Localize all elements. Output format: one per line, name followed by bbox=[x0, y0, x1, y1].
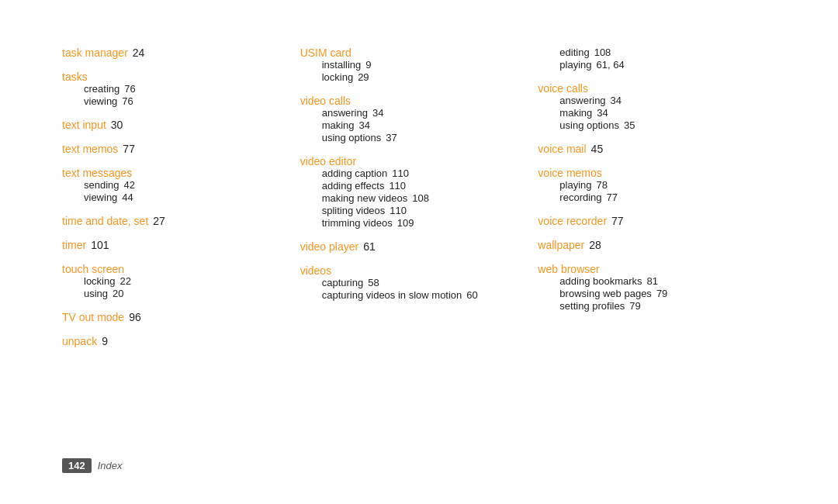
sub-entry: sending42 bbox=[62, 179, 300, 191]
column-col2: USIM cardinstalling9locking29video calls… bbox=[300, 47, 538, 446]
sub-entry: playing61, 64 bbox=[538, 59, 776, 71]
entry-page-num: 96 bbox=[129, 311, 141, 323]
sub-entry: using20 bbox=[62, 288, 300, 299]
column-col1: task manager24taskscreating76viewing76te… bbox=[62, 47, 300, 446]
entry-heading-with-num: voice recorder77 bbox=[538, 215, 776, 228]
sub-entry: recording77 bbox=[538, 192, 776, 203]
entry-heading-label: voice memos bbox=[538, 167, 601, 179]
sub-entry: spliting videos110 bbox=[300, 205, 538, 216]
entry-heading-label: touch screen bbox=[62, 263, 124, 275]
entry-heading-label: unpack bbox=[62, 335, 97, 347]
sub-entry-label: viewing bbox=[84, 95, 117, 107]
sub-entry: locking22 bbox=[62, 275, 300, 287]
sub-entry-label: answering bbox=[559, 95, 605, 106]
sub-entry-num: 34 bbox=[611, 95, 622, 106]
sub-entry-num: 108 bbox=[412, 192, 429, 204]
sub-entry-num: 79 bbox=[629, 300, 640, 312]
sub-entry: making34 bbox=[300, 119, 538, 131]
sub-entry-label: making bbox=[322, 119, 355, 131]
sub-entry-num: 77 bbox=[607, 192, 618, 203]
index-entry: voice mail45 bbox=[538, 143, 776, 162]
footer-label: Index bbox=[98, 460, 123, 471]
index-entry: video player61 bbox=[300, 240, 538, 260]
sub-entry: installing9 bbox=[300, 59, 538, 71]
sub-entry: creating76 bbox=[62, 83, 300, 95]
index-entry: USIM cardinstalling9locking29 bbox=[300, 47, 538, 90]
index-entry: timer101 bbox=[62, 239, 300, 258]
index-columns: task manager24taskscreating76viewing76te… bbox=[62, 47, 776, 446]
sub-entry-label: trimming videos bbox=[322, 217, 393, 229]
sub-entry-label: setting profiles bbox=[559, 300, 625, 312]
sub-entry: capturing videos in slow motion60 bbox=[300, 289, 538, 301]
index-entry: voice memosplaying78recording77 bbox=[538, 167, 776, 210]
sub-entry-label: viewing bbox=[84, 192, 117, 203]
sub-entry-num: 58 bbox=[368, 277, 379, 288]
sub-entry-label: recording bbox=[559, 192, 601, 203]
entry-heading-label: USIM card bbox=[300, 47, 351, 59]
sub-entry-label: creating bbox=[84, 83, 119, 95]
sub-entry: adding bookmarks81 bbox=[538, 275, 776, 287]
sub-entry-label: browsing web pages bbox=[559, 288, 652, 299]
sub-entry-num: 34 bbox=[372, 107, 383, 119]
entry-heading-with-num: wallpaper28 bbox=[538, 239, 776, 252]
sub-entry-label: playing bbox=[559, 59, 591, 71]
entry-page-num: 24 bbox=[133, 47, 145, 59]
index-entry: TV out mode96 bbox=[62, 311, 300, 330]
entry-heading-label: time and date, set bbox=[62, 215, 148, 227]
index-entry: editing108playing61, 64 bbox=[538, 47, 776, 78]
sub-entry-num: 22 bbox=[119, 275, 130, 287]
sub-entry: trimming videos109 bbox=[300, 217, 538, 229]
sub-entry-label: installing bbox=[322, 59, 362, 71]
sub-entry-label: capturing videos in slow motion bbox=[322, 289, 462, 301]
sub-entry: viewing76 bbox=[62, 95, 300, 107]
sub-entry-label: sending bbox=[84, 179, 119, 191]
index-entry: text messagessending42viewing44 bbox=[62, 167, 300, 210]
page-number: 142 bbox=[62, 458, 92, 473]
index-entry: text memos77 bbox=[62, 143, 300, 162]
entry-heading-label: wallpaper bbox=[538, 239, 584, 251]
sub-entry-label: locking bbox=[322, 71, 353, 83]
index-entry: voice callsanswering34making34using opti… bbox=[538, 82, 776, 138]
entry-heading-with-num: voice mail45 bbox=[538, 143, 776, 156]
sub-entry-num: 110 bbox=[392, 167, 409, 179]
sub-entry-label: spliting videos bbox=[322, 205, 386, 216]
entry-heading-label: voice recorder bbox=[538, 215, 607, 227]
entry-heading-label: tasks bbox=[62, 71, 88, 83]
entry-heading-label: web browser bbox=[538, 263, 599, 275]
sub-entry-num: 79 bbox=[656, 288, 667, 299]
index-entry: task manager24 bbox=[62, 47, 300, 66]
index-entry: videoscapturing58capturing videos in slo… bbox=[300, 264, 538, 308]
index-entry: video callsanswering34making34using opti… bbox=[300, 95, 538, 150]
entry-heading-label: videos bbox=[300, 264, 331, 277]
sub-entry: capturing58 bbox=[300, 277, 538, 288]
sub-entry-num: 81 bbox=[647, 275, 658, 287]
sub-entry-label: adding caption bbox=[322, 167, 388, 179]
sub-entry-num: 108 bbox=[594, 47, 611, 58]
entry-heading-label: video calls bbox=[300, 95, 351, 107]
index-entry: web browseradding bookmarks81browsing we… bbox=[538, 263, 776, 319]
index-entry: taskscreating76viewing76 bbox=[62, 71, 300, 114]
sub-entry-num: 110 bbox=[389, 180, 406, 192]
page: task manager24taskscreating76viewing76te… bbox=[0, 0, 838, 504]
entry-heading-label: text input bbox=[62, 119, 106, 131]
entry-heading-label: text messages bbox=[62, 167, 132, 179]
sub-entry-num: 35 bbox=[624, 119, 635, 131]
sub-entry-label: using options bbox=[559, 119, 619, 131]
sub-entry: adding caption110 bbox=[300, 167, 538, 179]
sub-entry: answering34 bbox=[300, 107, 538, 119]
sub-entry-label: adding effects bbox=[322, 180, 385, 192]
entry-heading-label: timer bbox=[62, 239, 86, 251]
sub-entry-num: 78 bbox=[597, 179, 608, 191]
entry-heading-with-num: timer101 bbox=[62, 239, 300, 252]
sub-entry-num: 37 bbox=[386, 132, 396, 143]
entry-heading-with-num: time and date, set27 bbox=[62, 215, 300, 228]
sub-entry-num: 76 bbox=[122, 95, 133, 107]
sub-entry-label: answering bbox=[322, 107, 368, 119]
entry-page-num: 101 bbox=[91, 239, 109, 251]
sub-entry: editing108 bbox=[538, 47, 776, 58]
entry-heading-label: text memos bbox=[62, 143, 118, 155]
entry-heading-label: video player bbox=[300, 240, 359, 253]
sub-entry-num: 29 bbox=[358, 71, 369, 83]
sub-entry-num: 34 bbox=[597, 107, 608, 119]
entry-heading-with-num: text memos77 bbox=[62, 143, 300, 156]
